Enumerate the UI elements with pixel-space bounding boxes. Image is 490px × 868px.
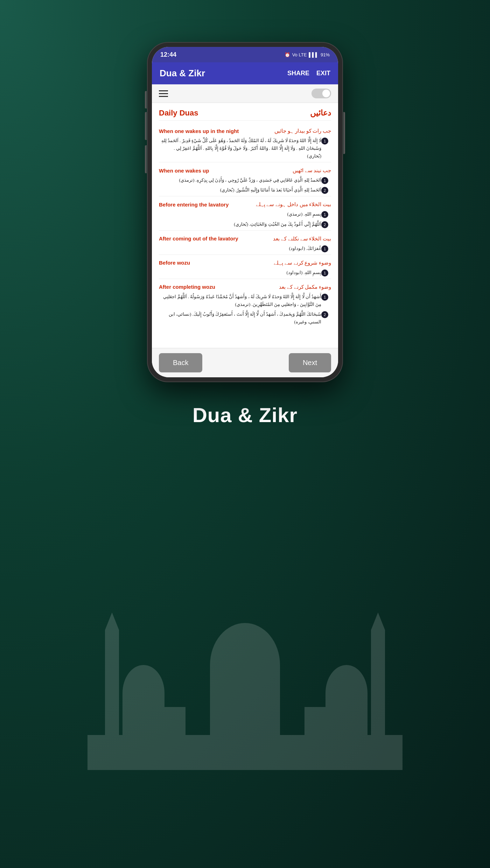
status-bar: 12:44 ⏰ Vo LTE ▌▌▌ 91% [152,47,338,62]
divider [159,279,331,279]
category-before-wozu: Before wozu وضوء شروع کرنے سے پہلے [159,260,331,266]
side-button-2 [145,112,147,140]
battery-text: 91% [321,52,330,57]
cat-before-lav-en: Before entering the lavatory [159,202,229,208]
section-title-english: Daily Duas [159,108,198,118]
dua-item: 1 غُفرَانَكَ. (ابوداود) [159,245,331,252]
cat-after-wozu-ur: وضوء مکمل کرنے کے بعد [279,284,331,290]
theme-toggle[interactable] [312,89,331,98]
svg-rect-9 [105,630,119,735]
app-title: Dua & Zikr [160,68,205,79]
category-wake-up: When one wakes up جب نیند سے اٹھیں [159,167,331,174]
phone-mockup: 12:44 ⏰ Vo LTE ▌▌▌ 91% Dua & Zikr SHARE … [147,42,343,382]
dua-number-2: 2 [321,221,328,228]
hamburger-line-1 [159,90,168,91]
status-icons: ⏰ Vo LTE ▌▌▌ 91% [285,52,330,57]
wifi-icon: ▌▌▌ [309,52,318,57]
bottom-nav: Back Next [152,348,338,377]
header-actions: SHARE EXIT [287,70,330,77]
svg-marker-12 [371,612,385,630]
dua-text-wake-up-1: اَلحَمدُ لِلهِ الَّذِي عَافَانِي فِي جَس… [159,176,321,184]
dua-item: 2 اَللَّهُمَّ إِنِّي أَعُوذُ بِكَ مِنَ ا… [159,220,331,228]
category-after-lavatory: After coming out of the lavatory بیت الخ… [159,236,331,242]
divider [159,230,331,231]
menu-button[interactable] [159,90,168,97]
dua-item: 1 بِسمِ اللهِ. (ابوداود) [159,269,331,276]
cat-before-wozu-ur: وضوء شروع کرنے سے پہلے [274,260,331,266]
dua-text-wake-night-1: لَا إِلَهَ إِلَّا اللهُ وَحدَهُ لَا شَرِ… [159,137,321,160]
hamburger-line-3 [159,96,168,97]
app-header: Dua & Zikr SHARE EXIT [152,62,338,84]
content-area: Daily Duas دعائیں When one wakes up in t… [152,103,338,348]
dua-text-after-wozu-1: أَشهَدُ أَن لَّا إِلَهَ إِلَّا اللهُ وَح… [159,293,321,308]
dua-text-before-lav-2: اَللَّهُمَّ إِنِّي أَعُوذُ بِكَ مِنَ الخ… [159,220,321,228]
cat-wake-up-en: When one wakes up [159,168,209,174]
dua-item: 1 أَشهَدُ أَن لَّا إِلَهَ إِلَّا اللهُ و… [159,293,331,308]
divider [159,254,331,255]
hamburger-line-2 [159,93,168,94]
dua-text-after-wozu-2: سُبحَانَكَ اللَّهُمَّ وَبِحَمدِكَ ، أَشه… [159,310,321,326]
status-time: 12:44 [160,51,176,58]
next-button[interactable]: Next [289,353,331,372]
cat-after-lav-ur: بیت الخلاء سے نکلنے کے بعد [273,236,331,242]
dua-number-1: 1 [321,245,328,252]
dua-text-after-lav-1: غُفرَانَكَ. (ابوداود) [159,245,321,252]
category-wake-night: When one wakes up in the night جب رات کو… [159,128,331,134]
share-button[interactable]: SHARE [287,70,309,77]
dua-item: 1 اَلحَمدُ لِلهِ الَّذِي عَافَانِي فِي ج… [159,176,331,184]
dua-number-2: 2 [321,311,328,318]
signal-text: Vo LTE [292,52,307,57]
exit-button[interactable]: EXIT [316,70,330,77]
dua-number-1: 1 [321,270,328,276]
dua-number-1: 1 [321,138,328,145]
dua-item: 2 اَلحَمدُ لِلهِ الَّذِي أَحيَانَا بَعدَ… [159,186,331,194]
section-title-urdu: دعائیں [310,108,331,118]
cat-wake-night-ur: جب رات کو بیدار ہو جائیں [274,128,331,134]
side-button-power [343,112,345,154]
divider [159,162,331,162]
svg-point-1 [210,623,280,707]
cat-after-lav-en: After coming out of the lavatory [159,236,238,241]
category-after-wozu: After completing wozu وضوء مکمل کرنے کے … [159,284,331,290]
cat-wake-night-en: When one wakes up in the night [159,128,239,134]
dua-text-before-wozu-1: بِسمِ اللهِ. (ابوداود) [159,269,321,276]
svg-marker-10 [105,612,119,630]
dua-number-2: 2 [321,187,328,194]
dua-number-1: 1 [321,211,328,218]
dua-number-1: 1 [321,177,328,184]
side-button-1 [145,91,147,108]
cat-after-wozu-en: After completing wozu [159,284,215,290]
dua-text-wake-up-2: اَلحَمدُ لِلهِ الَّذِي أَحيَانَا بَعدَ م… [159,186,321,194]
dua-item: 1 لَا إِلَهَ إِلَّا اللهُ وَحدَهُ لَا شَ… [159,137,331,160]
dua-item: 1 بِسمِ اللهِ. (ترمذي) [159,210,331,218]
svg-rect-11 [371,630,385,735]
back-button[interactable]: Back [159,353,202,372]
dua-text-before-lav-1: بِسمِ اللهِ. (ترمذي) [159,210,321,218]
cat-wake-up-ur: جب نیند سے اٹھیں [293,167,331,174]
dua-item: 2 سُبحَانَكَ اللَّهُمَّ وَبِحَمدِكَ ، أَ… [159,310,331,326]
side-button-3 [145,145,147,173]
dua-number-1: 1 [321,294,328,301]
section-header: Daily Duas دعائیں [159,108,331,121]
category-before-lavatory: Before entering the lavatory بیت الخلاء … [159,201,331,208]
alarm-icon: ⏰ [285,52,290,57]
cat-before-lav-ur: بیت الخلاء میں داخل ہونے سے پہلے [256,201,331,208]
svg-rect-8 [88,735,402,770]
divider [159,196,331,196]
toolbar [152,84,338,103]
cat-before-wozu-en: Before wozu [159,260,190,266]
app-name-footer: Dua & Zikr [192,403,298,427]
